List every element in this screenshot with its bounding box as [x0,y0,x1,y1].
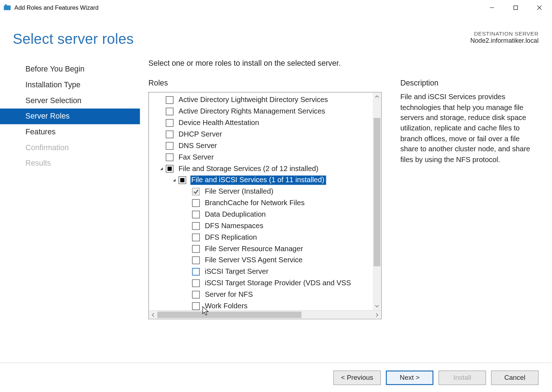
checkbox[interactable] [166,153,173,161]
h-scrollbar-thumb[interactable] [157,312,302,318]
footer-buttons: < Previous Next > Install Cancel [0,363,551,392]
tree-label[interactable]: Work Folders [204,301,249,310]
sidebar-step-results: Results [0,156,140,171]
svg-rect-0 [4,5,11,10]
checkbox[interactable] [192,291,200,298]
checkbox[interactable] [192,245,200,252]
checkbox[interactable] [166,119,173,126]
tree-label[interactable]: Server for NFS [204,290,255,299]
vertical-scrollbar[interactable] [373,92,381,310]
tree-label[interactable]: iSCSI Target Storage Provider (VDS and V… [204,278,353,288]
previous-button[interactable]: < Previous [333,370,381,385]
tree-label[interactable]: File Server VSS Agent Service [204,255,304,265]
close-button[interactable] [528,1,551,14]
tree-label[interactable]: BranchCache for Network Files [204,198,307,208]
titlebar: Add Roles and Features Wizard [0,0,551,15]
checkbox[interactable] [192,222,200,230]
sidebar-steps: Before You BeginInstallation TypeServer … [0,59,140,363]
tree-row[interactable]: iSCSI Target Storage Provider (VDS and V… [152,277,381,289]
app-icon [3,4,11,11]
checkbox[interactable] [166,142,173,149]
scroll-down-icon[interactable] [373,302,381,310]
tree-label[interactable]: File and iSCSI Services (1 of 11 install… [190,175,326,185]
scroll-up-icon[interactable] [373,92,381,101]
tree-row[interactable]: Data Deduplication [152,209,381,220]
tree-row[interactable]: Server for NFS [152,289,381,300]
sidebar-step-features[interactable]: Features [0,124,140,140]
cancel-button[interactable]: Cancel [491,370,538,385]
tree-label[interactable]: DFS Replication [204,232,259,242]
tree-label[interactable]: Active Directory Lightweight Directory S… [178,95,330,105]
main-area: Before You BeginInstallation TypeServer … [0,51,551,363]
tree-label[interactable]: Fax Server [178,152,215,162]
tree-label[interactable]: Device Health Attestation [178,118,261,128]
svg-rect-3 [514,5,518,9]
checkbox[interactable] [166,96,173,103]
tree-label[interactable]: DFS Namespaces [204,221,265,230]
tree-row[interactable]: DFS Namespaces [152,220,381,231]
roles-tree-box: Active Directory Lightweight Directory S… [148,92,382,319]
checkbox[interactable] [192,268,200,275]
tree-row[interactable]: File Server Resource Manager [152,243,381,254]
tree-label[interactable]: DNS Server [178,141,218,150]
checkbox[interactable] [192,234,200,241]
tree-row[interactable]: Active Directory Lightweight Directory S… [152,94,381,106]
tree-label[interactable]: DHCP Server [178,129,224,139]
tree-row[interactable]: DNS Server [152,140,381,151]
tree-row[interactable]: File and Storage Services (2 of 12 insta… [152,163,381,174]
checkbox [192,188,200,195]
checkbox[interactable] [166,107,173,115]
tree-row[interactable]: Work Folders [152,300,381,310]
expander-open-icon[interactable] [171,176,178,183]
wizard-window: Add Roles and Features Wizard Select ser… [0,0,551,392]
checkbox[interactable] [192,279,200,287]
scroll-right-icon[interactable] [373,311,381,319]
tree-row[interactable]: DHCP Server [152,129,381,140]
next-button[interactable]: Next > [386,370,433,385]
scroll-left-icon[interactable] [149,311,157,319]
destination-server: Node2.informatiker.local [470,37,539,44]
tree-row[interactable]: DFS Replication [152,231,381,243]
minimize-button[interactable] [480,1,504,14]
checkbox[interactable] [192,211,200,218]
checkbox[interactable] [192,199,200,207]
tree-row[interactable]: File Server VSS Agent Service [152,254,381,266]
svg-rect-1 [5,4,7,6]
roles-heading: Roles [148,79,382,88]
tree-label[interactable]: File and Storage Services (2 of 12 insta… [178,164,320,173]
tree-row[interactable]: File and iSCSI Services (1 of 11 install… [152,174,381,186]
tree-row[interactable]: Fax Server [152,151,381,163]
window-title: Add Roles and Features Wizard [14,4,98,11]
tree-label[interactable]: Active Directory Rights Management Servi… [178,107,327,116]
checkbox[interactable] [192,302,200,310]
sidebar-step-installation-type[interactable]: Installation Type [0,77,140,93]
tree-row[interactable]: Device Health Attestation [152,117,381,129]
tree-label[interactable]: File Server (Installed) [204,187,275,196]
expander-open-icon[interactable] [158,165,165,172]
scrollbar-thumb[interactable] [374,118,381,266]
maximize-button[interactable] [504,1,528,14]
checkbox[interactable] [179,176,186,184]
sidebar-step-before-you-begin[interactable]: Before You Begin [0,61,140,77]
checkbox[interactable] [166,165,173,172]
description-heading: Description [400,79,539,88]
tree-label[interactable]: File Server Resource Manager [204,244,305,253]
tree-row[interactable]: BranchCache for Network Files [152,197,381,209]
tree-row[interactable]: File Server (Installed) [152,186,381,197]
destination-block: DESTINATION SERVER Node2.informatiker.lo… [470,31,539,44]
header: Select server roles DESTINATION SERVER N… [0,15,551,51]
destination-label: DESTINATION SERVER [470,31,539,37]
install-button[interactable]: Install [438,370,486,385]
tree-label[interactable]: Data Deduplication [204,210,268,219]
checkbox[interactable] [166,130,173,138]
page-title: Select server roles [13,31,134,47]
checkbox[interactable] [192,256,200,264]
horizontal-scrollbar[interactable] [149,310,381,319]
tree-row[interactable]: iSCSI Target Server [152,266,381,277]
tree-label[interactable]: iSCSI Target Server [204,267,270,276]
tree-row[interactable]: Active Directory Rights Management Servi… [152,106,381,117]
sidebar-step-server-roles[interactable]: Server Roles [0,109,140,124]
sidebar-step-server-selection[interactable]: Server Selection [0,93,140,109]
roles-tree[interactable]: Active Directory Lightweight Directory S… [149,92,381,310]
sidebar-step-confirmation: Confirmation [0,140,140,156]
